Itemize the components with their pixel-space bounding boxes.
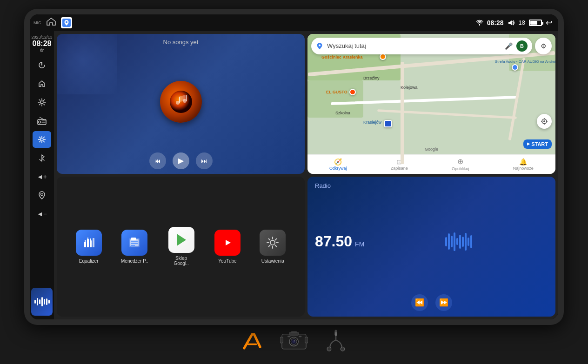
album-art: [160, 81, 202, 123]
svg-point-13: [41, 139, 43, 140]
app-item-equalizer[interactable]: Equalizer: [76, 230, 102, 264]
battery-icon: [529, 20, 542, 26]
settings-app-label: Ustawienia: [261, 258, 284, 264]
equalizer-app-label: Equalizer: [79, 258, 99, 264]
map-marker-gosciniec: [380, 53, 386, 60]
files-app-icon: [121, 230, 147, 256]
svg-rect-36: [131, 238, 136, 240]
audio-wave: [34, 296, 50, 307]
map-footer-opublikuj[interactable]: ⊕ Opublikuj: [452, 157, 469, 171]
sidebar-item-power[interactable]: [33, 57, 51, 73]
svg-point-20: [319, 44, 321, 46]
map-marker-strefa: [512, 64, 518, 71]
app-item-settings[interactable]: Ustawienia: [260, 230, 286, 264]
map-locate-button[interactable]: [537, 114, 552, 129]
content-area: No songs yet --: [54, 31, 558, 319]
svg-point-14: [41, 193, 43, 195]
svg-point-56: [341, 347, 345, 351]
map-footer-odkrywaj[interactable]: 🧭 Odkrywaj: [329, 158, 347, 171]
sidebar-item-vol-up[interactable]: ◄−: [33, 205, 51, 222]
sidebar-item-radio[interactable]: [33, 113, 51, 129]
radio-frequency-area: 87.50 FM: [315, 230, 548, 253]
datetime-display: 2023/12/13 08:28 śr: [31, 35, 52, 53]
play-button[interactable]: ▶: [173, 152, 189, 169]
back-icon[interactable]: ↩: [546, 18, 553, 28]
wifi-icon: [476, 20, 483, 26]
music-controls: ⏮ ▶ ⏭: [149, 152, 213, 169]
map-label-krasiejow: Krasiejów: [363, 120, 381, 125]
radio-freq-band: FM: [355, 240, 364, 248]
radio-rewind-button[interactable]: ⏪: [411, 294, 428, 311]
sidebar-item-home[interactable]: [33, 75, 51, 92]
settings-app-icon: [260, 230, 286, 256]
apps-panel: Equalizer: [57, 177, 305, 317]
sidebar-item-effects[interactable]: [33, 131, 51, 148]
map-user-avatar: B: [516, 40, 528, 52]
svg-point-16: [176, 101, 180, 105]
svg-point-55: [327, 347, 331, 351]
accessory-camera: [280, 330, 308, 353]
google-maps-logo: [316, 42, 323, 50]
map-start-button[interactable]: ▶ START: [523, 139, 552, 149]
maps-shortcut-icon[interactable]: [61, 17, 72, 28]
files-app-label: Menedżer P..: [121, 258, 148, 264]
volume-level: 18: [519, 19, 525, 26]
svg-point-22: [543, 120, 545, 122]
accessory-antenna: [238, 330, 266, 353]
next-button[interactable]: ⏭: [196, 152, 213, 169]
svg-point-42: [270, 240, 275, 245]
home-shortcut-icon[interactable]: [46, 17, 56, 28]
volume-icon: [508, 20, 515, 26]
sidebar-item-location[interactable]: [33, 187, 51, 204]
radio-panel: Radio 87.50 FM: [307, 177, 555, 317]
map-footer-odkrywaj-label: Odkrywaj: [329, 166, 347, 171]
map-settings-button[interactable]: ⚙: [535, 38, 552, 54]
radio-icon: [37, 117, 47, 125]
app-item-play-store[interactable]: Sklep Googl..: [167, 227, 195, 266]
music-subtitle: --: [163, 46, 199, 51]
map-footer-najnowsze[interactable]: 🔔 Najnowsze: [513, 158, 534, 171]
accessories: [238, 325, 350, 356]
svg-rect-29: [90, 240, 92, 247]
snowflake-icon: [38, 135, 46, 144]
power-icon: [38, 61, 46, 69]
svg-rect-50: [287, 336, 290, 337]
map-label-kolejowa: Kolejowa: [401, 85, 418, 90]
radio-frequency: 87.50 FM: [315, 233, 364, 250]
status-time: 08:28: [487, 19, 504, 26]
youtube-app-icon: [214, 230, 241, 256]
svg-rect-44: [280, 337, 283, 343]
prev-button[interactable]: ⏮: [149, 152, 166, 169]
svg-point-49: [294, 340, 295, 341]
map-search-text: Wyszukaj tutaj: [327, 42, 501, 49]
youtube-app-label: YouTube: [218, 258, 236, 264]
map-label-szkolna: Szkolna: [335, 111, 350, 115]
play-store-app-icon: [168, 227, 194, 253]
mic-search-icon[interactable]: 🎤: [505, 42, 513, 50]
sidebar-item-vol-down[interactable]: ◄+: [33, 168, 51, 185]
map-label-strefa: Strefa Audio • CAR AUDIO na Androidzie !: [495, 60, 541, 64]
sidebar-item-settings[interactable]: [33, 94, 51, 111]
status-bar-right: 08:28 18 ↩: [476, 18, 553, 28]
svg-rect-28: [87, 239, 89, 247]
map-panel: Wyszukaj tutaj 🎤 B ⚙: [307, 34, 555, 174]
map-label-brzeiny: Brzeźiny: [363, 76, 380, 80]
audio-widget[interactable]: [31, 288, 53, 316]
google-logo: Google: [425, 147, 438, 152]
svg-point-15: [170, 91, 192, 113]
location-icon: [39, 191, 45, 199]
map-footer-zapisane-label: Zapisane: [391, 166, 408, 171]
svg-point-1: [66, 21, 67, 23]
map-marker-krasiejow: [384, 120, 392, 127]
day-display: śr: [31, 48, 52, 53]
svg-rect-53: [291, 331, 297, 333]
map-footer-zapisane[interactable]: ⊡ Zapisane: [391, 158, 408, 171]
radio-wave-display: [369, 230, 548, 253]
app-item-youtube[interactable]: YouTube: [214, 230, 241, 264]
app-item-files[interactable]: Menedżer P..: [121, 230, 148, 264]
svg-rect-27: [84, 242, 86, 247]
sidebar-item-bluetooth[interactable]: [33, 150, 51, 166]
radio-forward-button[interactable]: ⏩: [435, 294, 452, 311]
map-search-bar[interactable]: Wyszukaj tutaj 🎤 B: [311, 38, 532, 54]
radio-freq-number: 87.50: [315, 233, 352, 250]
